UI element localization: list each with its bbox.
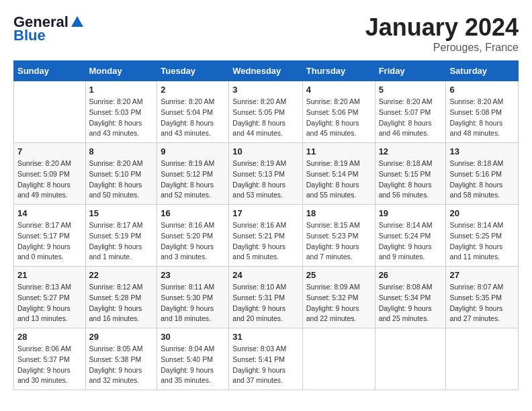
day-info: Sunrise: 8:07 AM Sunset: 5:35 PM Dayligh… [449, 282, 515, 324]
day-number: 10 [232, 146, 298, 156]
calendar-table: SundayMondayTuesdayWednesdayThursdayFrid… [13, 60, 519, 390]
day-number: 24 [232, 270, 298, 280]
day-info: Sunrise: 8:16 AM Sunset: 5:21 PM Dayligh… [232, 220, 298, 263]
calendar-cell: 4Sunrise: 8:20 AM Sunset: 5:06 PM Daylig… [302, 81, 375, 143]
day-info: Sunrise: 8:20 AM Sunset: 5:05 PM Dayligh… [232, 97, 298, 139]
calendar-cell: 24Sunrise: 8:10 AM Sunset: 5:31 PM Dayli… [229, 267, 302, 328]
day-number: 17 [232, 208, 298, 218]
day-info: Sunrise: 8:08 AM Sunset: 5:34 PM Dayligh… [379, 282, 443, 324]
calendar-cell: 14Sunrise: 8:17 AM Sunset: 5:17 PM Dayli… [14, 205, 86, 267]
logo-icon [70, 15, 85, 30]
day-info: Sunrise: 8:16 AM Sunset: 5:20 PM Dayligh… [161, 220, 225, 263]
day-info: Sunrise: 8:15 AM Sunset: 5:23 PM Dayligh… [306, 220, 371, 263]
week-row-3: 21Sunrise: 8:13 AM Sunset: 5:27 PM Dayli… [14, 267, 519, 328]
day-info: Sunrise: 8:03 AM Sunset: 5:41 PM Dayligh… [232, 344, 298, 386]
day-number: 12 [379, 146, 443, 156]
day-info: Sunrise: 8:18 AM Sunset: 5:16 PM Dayligh… [449, 158, 515, 201]
weekday-header-sunday: Sunday [14, 61, 86, 81]
week-row-2: 14Sunrise: 8:17 AM Sunset: 5:17 PM Dayli… [14, 205, 519, 267]
title-section: January 2024 Perouges, France [365, 13, 519, 54]
day-info: Sunrise: 8:20 AM Sunset: 5:03 PM Dayligh… [89, 97, 154, 139]
calendar-cell: 7Sunrise: 8:20 AM Sunset: 5:09 PM Daylig… [14, 143, 86, 205]
calendar-cell: 19Sunrise: 8:14 AM Sunset: 5:24 PM Dayli… [375, 205, 446, 267]
calendar-cell: 12Sunrise: 8:18 AM Sunset: 5:15 PM Dayli… [375, 143, 446, 205]
day-info: Sunrise: 8:18 AM Sunset: 5:15 PM Dayligh… [379, 158, 443, 201]
weekday-header-tuesday: Tuesday [157, 61, 229, 81]
day-number: 3 [232, 85, 298, 95]
weekday-row: SundayMondayTuesdayWednesdayThursdayFrid… [14, 61, 519, 81]
weekday-header-thursday: Thursday [302, 61, 375, 81]
day-info: Sunrise: 8:17 AM Sunset: 5:17 PM Dayligh… [17, 220, 82, 263]
calendar-cell: 15Sunrise: 8:17 AM Sunset: 5:19 PM Dayli… [85, 205, 157, 267]
calendar-title: January 2024 [365, 13, 519, 42]
logo: General Blue [13, 13, 86, 44]
calendar-cell: 21Sunrise: 8:13 AM Sunset: 5:27 PM Dayli… [14, 267, 86, 328]
day-number: 16 [161, 208, 225, 218]
logo-blue-text: Blue [13, 27, 46, 44]
calendar-cell: 17Sunrise: 8:16 AM Sunset: 5:21 PM Dayli… [229, 205, 302, 267]
svg-marker-0 [71, 16, 83, 27]
calendar-header: SundayMondayTuesdayWednesdayThursdayFrid… [14, 61, 519, 81]
day-number: 29 [89, 332, 154, 342]
day-number: 11 [306, 146, 371, 156]
day-number: 30 [161, 332, 225, 342]
day-info: Sunrise: 8:20 AM Sunset: 5:06 PM Dayligh… [306, 97, 371, 139]
calendar-cell: 28Sunrise: 8:06 AM Sunset: 5:37 PM Dayli… [14, 328, 86, 390]
calendar-cell [302, 328, 375, 390]
calendar-cell: 27Sunrise: 8:07 AM Sunset: 5:35 PM Dayli… [446, 267, 519, 328]
day-number: 9 [161, 146, 225, 156]
calendar-cell: 13Sunrise: 8:18 AM Sunset: 5:16 PM Dayli… [446, 143, 519, 205]
day-info: Sunrise: 8:09 AM Sunset: 5:32 PM Dayligh… [306, 282, 371, 324]
calendar-cell: 10Sunrise: 8:19 AM Sunset: 5:13 PM Dayli… [229, 143, 302, 205]
calendar-cell: 31Sunrise: 8:03 AM Sunset: 5:41 PM Dayli… [229, 328, 302, 390]
day-number: 1 [89, 85, 154, 95]
calendar-cell: 22Sunrise: 8:12 AM Sunset: 5:28 PM Dayli… [85, 267, 157, 328]
day-number: 21 [17, 270, 82, 280]
day-info: Sunrise: 8:20 AM Sunset: 5:09 PM Dayligh… [17, 158, 82, 201]
day-info: Sunrise: 8:06 AM Sunset: 5:37 PM Dayligh… [17, 344, 82, 386]
day-number: 13 [449, 146, 515, 156]
day-number: 6 [449, 85, 515, 95]
weekday-header-wednesday: Wednesday [229, 61, 302, 81]
calendar-cell: 20Sunrise: 8:14 AM Sunset: 5:25 PM Dayli… [446, 205, 519, 267]
calendar-cell: 16Sunrise: 8:16 AM Sunset: 5:20 PM Dayli… [157, 205, 229, 267]
day-info: Sunrise: 8:19 AM Sunset: 5:13 PM Dayligh… [232, 158, 298, 201]
day-info: Sunrise: 8:13 AM Sunset: 5:27 PM Dayligh… [17, 282, 82, 324]
week-row-1: 7Sunrise: 8:20 AM Sunset: 5:09 PM Daylig… [14, 143, 519, 205]
day-number: 7 [17, 146, 82, 156]
day-info: Sunrise: 8:17 AM Sunset: 5:19 PM Dayligh… [89, 220, 154, 263]
calendar-cell: 3Sunrise: 8:20 AM Sunset: 5:05 PM Daylig… [229, 81, 302, 143]
header: General Blue January 2024 Perouges, Fran… [13, 13, 519, 54]
weekday-header-monday: Monday [85, 61, 157, 81]
calendar-cell: 2Sunrise: 8:20 AM Sunset: 5:04 PM Daylig… [157, 81, 229, 143]
day-number: 4 [306, 85, 371, 95]
day-number: 18 [306, 208, 371, 218]
calendar-cell: 8Sunrise: 8:20 AM Sunset: 5:10 PM Daylig… [85, 143, 157, 205]
day-number: 15 [89, 208, 154, 218]
day-info: Sunrise: 8:04 AM Sunset: 5:40 PM Dayligh… [161, 344, 225, 386]
day-info: Sunrise: 8:14 AM Sunset: 5:25 PM Dayligh… [449, 220, 515, 263]
calendar-cell [14, 81, 86, 143]
weekday-header-saturday: Saturday [446, 61, 519, 81]
day-number: 31 [232, 332, 298, 342]
calendar-cell: 26Sunrise: 8:08 AM Sunset: 5:34 PM Dayli… [375, 267, 446, 328]
calendar-cell: 9Sunrise: 8:19 AM Sunset: 5:12 PM Daylig… [157, 143, 229, 205]
day-info: Sunrise: 8:12 AM Sunset: 5:28 PM Dayligh… [89, 282, 154, 324]
day-info: Sunrise: 8:19 AM Sunset: 5:14 PM Dayligh… [306, 158, 371, 201]
day-info: Sunrise: 8:10 AM Sunset: 5:31 PM Dayligh… [232, 282, 298, 324]
day-number: 14 [17, 208, 82, 218]
day-info: Sunrise: 8:19 AM Sunset: 5:12 PM Dayligh… [161, 158, 225, 201]
day-number: 5 [379, 85, 443, 95]
calendar-cell: 11Sunrise: 8:19 AM Sunset: 5:14 PM Dayli… [302, 143, 375, 205]
day-number: 26 [379, 270, 443, 280]
weekday-header-friday: Friday [375, 61, 446, 81]
day-info: Sunrise: 8:11 AM Sunset: 5:30 PM Dayligh… [161, 282, 225, 324]
week-row-4: 28Sunrise: 8:06 AM Sunset: 5:37 PM Dayli… [14, 328, 519, 390]
day-info: Sunrise: 8:20 AM Sunset: 5:04 PM Dayligh… [161, 97, 225, 139]
day-info: Sunrise: 8:20 AM Sunset: 5:07 PM Dayligh… [379, 97, 443, 139]
calendar-cell: 18Sunrise: 8:15 AM Sunset: 5:23 PM Dayli… [302, 205, 375, 267]
calendar-cell: 30Sunrise: 8:04 AM Sunset: 5:40 PM Dayli… [157, 328, 229, 390]
calendar-cell [446, 328, 519, 390]
calendar-cell: 1Sunrise: 8:20 AM Sunset: 5:03 PM Daylig… [85, 81, 157, 143]
calendar-cell: 5Sunrise: 8:20 AM Sunset: 5:07 PM Daylig… [375, 81, 446, 143]
